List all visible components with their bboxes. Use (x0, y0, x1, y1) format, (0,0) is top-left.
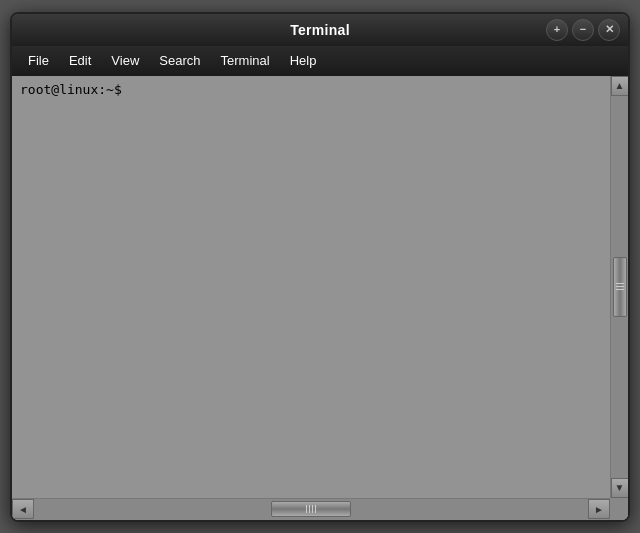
scroll-grip-vertical (616, 283, 624, 290)
terminal-window: Terminal + − ✕ File Edit View Search Ter… (10, 12, 630, 522)
horizontal-scrollbar-area: ◄ ► (12, 498, 628, 520)
minimize-button[interactable]: − (572, 19, 594, 41)
grip-line-h3 (312, 505, 313, 513)
scroll-track-vertical[interactable] (611, 96, 628, 478)
window-title: Terminal (290, 22, 350, 38)
scroll-thumb-vertical[interactable] (613, 257, 627, 317)
scroll-up-arrow[interactable]: ▲ (611, 76, 629, 96)
menu-file[interactable]: File (18, 49, 59, 72)
menu-search[interactable]: Search (149, 49, 210, 72)
menu-bar: File Edit View Search Terminal Help (12, 46, 628, 76)
grip-line-3 (616, 289, 624, 290)
menu-view[interactable]: View (101, 49, 149, 72)
scroll-right-arrow[interactable]: ► (588, 499, 610, 519)
terminal-prompt: root@linux:~$ (20, 82, 122, 97)
grip-line-1 (616, 283, 624, 284)
scroll-grip-horizontal (306, 505, 316, 513)
scroll-track-horizontal[interactable] (34, 499, 588, 520)
title-bar: Terminal + − ✕ (12, 14, 628, 46)
grip-line-h4 (315, 505, 316, 513)
terminal-wrapper: root@linux:~$ ▲ ▼ ◄ (12, 76, 628, 520)
add-button[interactable]: + (546, 19, 568, 41)
close-button[interactable]: ✕ (598, 19, 620, 41)
terminal-content-area: root@linux:~$ ▲ ▼ (12, 76, 628, 498)
menu-edit[interactable]: Edit (59, 49, 101, 72)
terminal-screen[interactable]: root@linux:~$ (12, 76, 610, 498)
scroll-left-arrow[interactable]: ◄ (12, 499, 34, 519)
menu-help[interactable]: Help (280, 49, 327, 72)
vertical-scrollbar: ▲ ▼ (610, 76, 628, 498)
scroll-down-arrow[interactable]: ▼ (611, 478, 629, 498)
grip-line-h2 (309, 505, 310, 513)
grip-line-2 (616, 286, 624, 287)
grip-line-h1 (306, 505, 307, 513)
scrollbar-corner (610, 498, 628, 520)
menu-terminal[interactable]: Terminal (211, 49, 280, 72)
scroll-thumb-horizontal[interactable] (271, 501, 351, 517)
window-controls: + − ✕ (546, 19, 620, 41)
